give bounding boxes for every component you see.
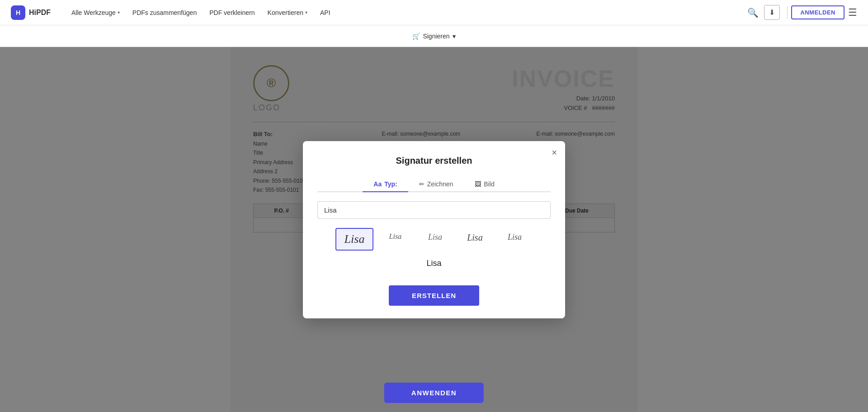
chevron-down-icon: ▾ <box>453 33 456 40</box>
nav-pdf-verkleinern[interactable]: PDF verkleinern <box>203 0 261 25</box>
nav-api[interactable]: API <box>314 0 337 25</box>
modal-title: Signatur erstellen <box>317 156 551 166</box>
nav-alle-werkzeuge[interactable]: Alle Werkzeuge ▾ <box>65 0 126 25</box>
signature-options: Lisa Lisa Lisa Lisa Lisa Lisa <box>317 228 551 273</box>
menu-icon[interactable]: ☰ <box>848 7 857 19</box>
sign-tool[interactable]: 🛒 Signieren ▾ <box>408 33 460 40</box>
download-button[interactable]: ⬇ <box>764 5 780 20</box>
sign-icon: 🛒 <box>412 33 420 40</box>
sig-style-5[interactable]: Lisa <box>496 228 533 251</box>
sig-style-6[interactable]: Lisa <box>416 254 452 273</box>
logo-icon: H <box>11 5 25 20</box>
logo-area[interactable]: H HiPDF <box>11 5 51 20</box>
tab-zeichnen[interactable]: ✏ Zeichnen <box>408 177 464 192</box>
sig-style-3[interactable]: Lisa <box>417 228 453 251</box>
sig-style-4[interactable]: Lisa <box>457 228 493 251</box>
tab-typ[interactable]: Aa Typ: <box>363 177 408 192</box>
main-content-area: ® LOGO INVOICE Date: 1/1/2010 VOICE # ##… <box>0 47 868 412</box>
apply-button[interactable]: ANWENDEN <box>384 383 484 403</box>
chevron-down-icon: ▾ <box>118 10 120 15</box>
close-button[interactable]: × <box>552 147 557 158</box>
typ-icon: Aa <box>373 180 382 188</box>
image-icon: 🖼 <box>475 180 481 188</box>
nav-pdfs-zusammenfuegen[interactable]: PDFs zusammenfügen <box>126 0 203 25</box>
draw-icon: ✏ <box>419 180 425 188</box>
logo-text: HiPDF <box>29 9 51 17</box>
signin-button[interactable]: ANMELDEN <box>791 5 844 19</box>
sign-label: Signieren <box>423 33 449 40</box>
modal-tabs: Aa Typ: ✏ Zeichnen 🖼 Bild <box>317 177 551 192</box>
search-icon[interactable]: 🔍 <box>742 7 764 18</box>
create-button[interactable]: ERSTELLEN <box>389 285 479 306</box>
top-navigation: H HiPDF Alle Werkzeuge ▾ PDFs zusammenfü… <box>0 0 868 25</box>
sig-style-1[interactable]: Lisa <box>335 228 374 251</box>
nav-konvertieren[interactable]: Konvertieren ▾ <box>261 0 314 25</box>
secondary-navigation: 🛒 Signieren ▾ <box>0 25 868 47</box>
sig-style-2[interactable]: Lisa <box>377 228 413 251</box>
bottom-apply-area: ANWENDEN <box>384 383 484 412</box>
chevron-down-icon: ▾ <box>305 10 307 15</box>
modal-overlay: × Signatur erstellen Aa Typ: ✏ Zeichnen … <box>0 47 868 412</box>
signature-modal: × Signatur erstellen Aa Typ: ✏ Zeichnen … <box>303 141 565 318</box>
name-input[interactable] <box>317 201 551 219</box>
divider <box>787 6 788 19</box>
tab-bild[interactable]: 🖼 Bild <box>464 177 505 192</box>
